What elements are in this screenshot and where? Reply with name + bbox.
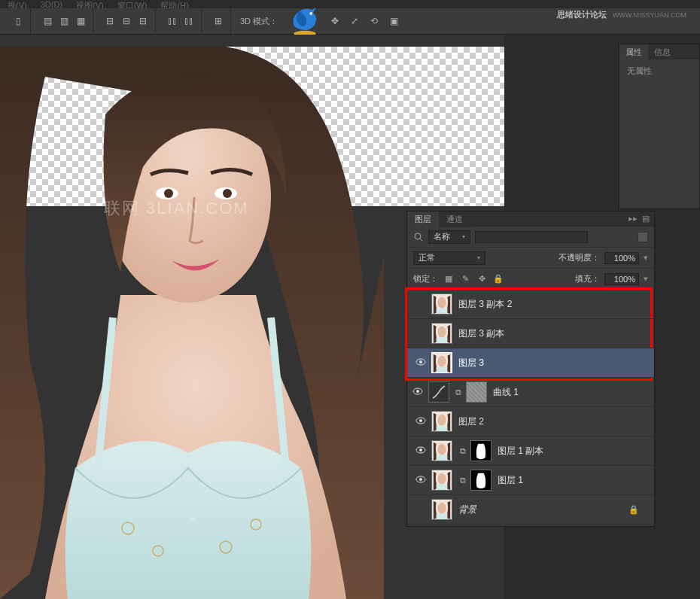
svg-rect-15 bbox=[437, 309, 448, 314]
tab-layers[interactable]: 图层 bbox=[407, 211, 439, 227]
opacity-input[interactable] bbox=[604, 252, 639, 264]
fill-input[interactable] bbox=[604, 273, 639, 285]
lock-icon: 🔒 bbox=[628, 505, 639, 515]
layer-row[interactable]: 图层 2 bbox=[407, 407, 654, 436]
layer-name[interactable]: 曲线 1 bbox=[493, 386, 519, 399]
collapse-icon[interactable]: ▸▸ bbox=[628, 214, 638, 223]
visibility-toggle[interactable] bbox=[415, 476, 426, 485]
align-left-icon[interactable]: ▤ bbox=[40, 14, 55, 29]
watermark-cn: 思绪设计论坛 bbox=[557, 9, 607, 20]
layer-row[interactable]: 图层 3 bbox=[407, 348, 654, 378]
panel-menu-icon[interactable]: ▤ bbox=[642, 214, 650, 223]
blend-mode-dropdown[interactable]: 正常 bbox=[413, 251, 485, 265]
layer-name[interactable]: 图层 3 副本 2 bbox=[458, 298, 512, 311]
menu-item[interactable]: 视图(V) bbox=[76, 0, 104, 8]
image-content bbox=[0, 47, 384, 599]
mask-thumbnail[interactable] bbox=[470, 470, 492, 491]
menu-item[interactable]: 视(V) bbox=[8, 0, 27, 8]
filter-input[interactable] bbox=[475, 231, 588, 243]
svg-line-12 bbox=[420, 239, 422, 241]
visibility-toggle[interactable] bbox=[415, 446, 426, 455]
menu-item[interactable]: 窗口(W) bbox=[117, 0, 148, 8]
svg-point-22 bbox=[437, 356, 446, 367]
link-icon[interactable]: ⧉ bbox=[454, 388, 463, 397]
layer-thumbnail[interactable] bbox=[431, 499, 452, 520]
layer-row[interactable]: 图层 3 副本 bbox=[407, 319, 654, 348]
svg-point-35 bbox=[437, 444, 446, 455]
svg-point-33 bbox=[419, 448, 422, 452]
layer-name[interactable]: 图层 1 副本 bbox=[498, 445, 543, 458]
svg-rect-36 bbox=[437, 455, 448, 461]
mask-thumbnail[interactable] bbox=[470, 440, 492, 461]
layers-list: 图层 3 副本 2 图层 3 副本 图层 3 ⧉ 曲线 1 图层 2 bbox=[407, 290, 654, 525]
menubar: 视(V) 3D(D) 视图(V) 窗口(W) 帮助(H) bbox=[0, 0, 700, 8]
auto-align-icon[interactable]: ⊞ bbox=[211, 14, 226, 29]
layer-thumbnail[interactable] bbox=[431, 352, 452, 373]
filter-toggle-icon[interactable] bbox=[638, 232, 648, 242]
svg-rect-18 bbox=[437, 338, 448, 343]
link-icon[interactable]: ⧉ bbox=[458, 446, 467, 456]
filter-type-dropdown[interactable]: 名称 bbox=[428, 230, 470, 244]
menu-item[interactable]: 帮助(H) bbox=[160, 0, 188, 8]
lock-transparency-icon[interactable]: ▦ bbox=[443, 273, 455, 285]
align-right-icon[interactable]: ▦ bbox=[73, 14, 88, 29]
svg-point-11 bbox=[415, 233, 421, 239]
layer-row[interactable]: ⧉ 图层 1 bbox=[407, 466, 654, 495]
layer-name[interactable]: 图层 3 副本 bbox=[458, 327, 504, 340]
svg-point-39 bbox=[419, 478, 422, 481]
visibility-toggle[interactable] bbox=[415, 358, 426, 367]
layers-panel: 图层 通道 ▸▸ ▤ 名称 正常 不透明度： ▾ 锁定： ▦ ✎ ✥ 🔒 填充：… bbox=[406, 211, 655, 527]
svg-rect-42 bbox=[437, 485, 448, 490]
layer-thumbnail[interactable] bbox=[431, 323, 452, 344]
menu-item[interactable]: 3D(D) bbox=[41, 0, 62, 8]
align-center-icon[interactable]: ▥ bbox=[56, 14, 72, 29]
lock-position-icon[interactable]: ✥ bbox=[476, 273, 488, 285]
distribute-v-icon[interactable]: ⊟ bbox=[119, 14, 134, 29]
tab-info[interactable]: 信息 bbox=[648, 44, 677, 59]
layer-thumbnail[interactable] bbox=[431, 411, 452, 432]
adjustment-icon[interactable] bbox=[428, 382, 449, 403]
lock-all-icon[interactable]: 🔒 bbox=[492, 273, 504, 285]
lock-pixels-icon[interactable]: ✎ bbox=[459, 273, 471, 285]
layer-thumbnail[interactable] bbox=[431, 293, 452, 315]
visibility-toggle[interactable] bbox=[412, 388, 423, 397]
opacity-label: 不透明度： bbox=[558, 252, 600, 263]
3d-orbit-icon[interactable]: ✥ bbox=[327, 14, 342, 29]
mask-thumbnail[interactable] bbox=[466, 382, 487, 403]
properties-body: 无属性 bbox=[619, 59, 699, 83]
search-icon[interactable] bbox=[413, 232, 424, 242]
layer-name[interactable]: 背景 bbox=[458, 503, 476, 516]
layer-name[interactable]: 图层 3 bbox=[458, 357, 484, 369]
3d-slide-icon[interactable]: ⟲ bbox=[367, 14, 382, 29]
visibility-toggle[interactable] bbox=[415, 417, 426, 426]
space-v-icon[interactable]: ⫿⫿ bbox=[181, 14, 196, 29]
properties-panel: 属性 信息 无属性 bbox=[619, 44, 700, 209]
space-h-icon[interactable]: ⫿⫿ bbox=[165, 14, 180, 29]
distribute-icon[interactable]: ⊟ bbox=[135, 14, 151, 29]
layer-row[interactable]: 图层 3 副本 2 bbox=[407, 290, 654, 319]
3d-camera-icon[interactable]: ▣ bbox=[386, 14, 401, 29]
layer-name[interactable]: 图层 1 bbox=[498, 474, 523, 487]
3d-pan-icon[interactable]: ⤢ bbox=[347, 14, 362, 29]
svg-point-25 bbox=[416, 390, 419, 393]
fill-stepper-icon[interactable]: ▾ bbox=[644, 274, 648, 284]
layer-row[interactable]: 背景 🔒 bbox=[407, 495, 654, 525]
app-logo-icon bbox=[287, 3, 323, 39]
svg-point-20 bbox=[419, 360, 422, 363]
layer-thumbnail[interactable] bbox=[431, 470, 452, 491]
distribute-h-icon[interactable]: ⊟ bbox=[102, 14, 117, 29]
3d-mode-label: 3D 模式： bbox=[236, 16, 282, 27]
link-icon[interactable]: ⧉ bbox=[458, 476, 467, 485]
tab-properties[interactable]: 属性 bbox=[619, 44, 648, 59]
svg-rect-46 bbox=[437, 514, 448, 519]
align-tool-icon[interactable]: ▯ bbox=[11, 14, 26, 29]
layer-name[interactable]: 图层 2 bbox=[458, 415, 484, 428]
svg-point-17 bbox=[437, 327, 446, 338]
opacity-stepper-icon[interactable]: ▾ bbox=[644, 253, 648, 263]
tab-channels[interactable]: 通道 bbox=[439, 211, 470, 227]
layer-thumbnail[interactable] bbox=[431, 440, 452, 461]
layer-row[interactable]: ⧉ 图层 1 副本 bbox=[407, 436, 654, 466]
svg-point-41 bbox=[437, 473, 446, 485]
svg-point-14 bbox=[437, 297, 446, 309]
layer-row[interactable]: ⧉ 曲线 1 bbox=[407, 378, 654, 407]
